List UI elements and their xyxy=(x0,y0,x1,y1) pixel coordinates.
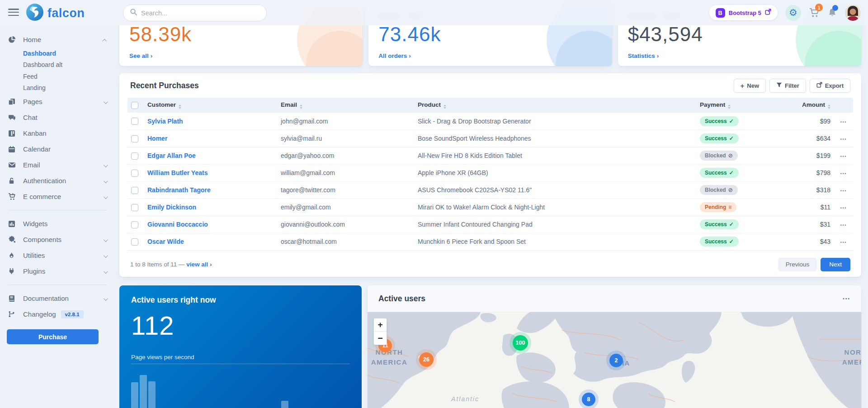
row-menu-button[interactable]: ••• xyxy=(840,240,847,245)
row-checkbox[interactable] xyxy=(131,187,138,194)
column-header-email[interactable]: Email xyxy=(277,98,414,113)
row-checkbox[interactable] xyxy=(131,152,138,160)
search-box[interactable] xyxy=(123,5,267,21)
branch-icon xyxy=(8,311,17,318)
customer-link[interactable]: Edgar Allan Poe xyxy=(147,152,196,159)
customer-link[interactable]: Homer xyxy=(147,135,167,142)
sidebar-item-label: Kanban xyxy=(23,129,47,137)
sidebar-item-dashboard[interactable]: Dashboard xyxy=(0,47,117,59)
column-header-customer[interactable]: Customer xyxy=(144,98,277,113)
sidebar-item-chat[interactable]: Chat xyxy=(0,109,117,125)
map-label: NORTH xyxy=(844,348,861,356)
search-input[interactable] xyxy=(141,9,259,17)
row-menu-button[interactable]: ••• xyxy=(840,171,847,176)
customer-link[interactable]: Rabindranath Tagore xyxy=(147,186,211,194)
hamburger-menu-icon[interactable] xyxy=(8,9,19,16)
zoom-in-button[interactable]: + xyxy=(374,318,387,332)
sidebar-item-utilities[interactable]: Utilities xyxy=(0,247,117,263)
page-views-bar xyxy=(148,381,156,408)
sidebar-item-home[interactable]: Home xyxy=(0,32,117,47)
customer-link[interactable]: William Butler Yeats xyxy=(147,169,208,176)
sidebar-item-landing[interactable]: Landing xyxy=(0,82,117,94)
row-checkbox[interactable] xyxy=(131,135,138,142)
row-menu-button[interactable]: ••• xyxy=(840,189,847,193)
settings-gear-icon[interactable]: ⚙ xyxy=(785,5,801,21)
sidebar-item-label: Utilities xyxy=(23,251,45,259)
customer-link[interactable]: Emily Dickinson xyxy=(147,204,196,211)
status-badge: Blocked ⊘ xyxy=(700,151,738,161)
search-icon xyxy=(130,9,137,17)
card-menu-button[interactable]: ••• xyxy=(843,296,850,301)
export-button[interactable]: Export xyxy=(810,79,850,93)
row-menu-button[interactable]: ••• xyxy=(840,206,847,210)
all-orders-link[interactable]: All orders› xyxy=(378,52,411,59)
bootstrap-version-pill[interactable]: B Bootstrap 5 xyxy=(709,5,778,20)
view-all-link[interactable]: view all › xyxy=(186,261,212,268)
row-checkbox[interactable] xyxy=(131,238,138,246)
map-zoom-control: + − xyxy=(373,318,387,345)
status-badge: Success ✓ xyxy=(700,133,739,143)
sidebar-item-authentication[interactable]: Authentication xyxy=(0,173,117,189)
pagination-summary: 1 to 8 Items of 11 — view all › xyxy=(130,261,212,268)
shopping-cart-icon[interactable]: 1 xyxy=(809,7,820,18)
world-map[interactable]: + − NORTHAMERICAASIANORTHAMERICAAtlantic… xyxy=(368,312,861,408)
map-marker-8[interactable]: 8 xyxy=(582,393,595,406)
status-badge: Success ✓ xyxy=(700,168,739,178)
filter-button[interactable]: Filter xyxy=(769,79,806,93)
previous-button[interactable]: Previous xyxy=(778,258,817,271)
row-menu-button[interactable]: ••• xyxy=(840,120,847,124)
notifications-bell-icon[interactable] xyxy=(827,8,837,18)
map-marker-26[interactable]: 26 xyxy=(419,352,434,367)
sidebar-divider xyxy=(8,285,107,285)
new-button[interactable]: + New xyxy=(734,79,766,93)
sidebar-item-documentation[interactable]: Documentation xyxy=(0,290,117,306)
sidebar-item-label: Chat xyxy=(23,114,38,121)
row-checkbox[interactable] xyxy=(131,118,138,125)
sidebar-item-e-commerce[interactable]: E commerce xyxy=(0,189,117,204)
zoom-out-button[interactable]: − xyxy=(374,332,387,345)
product-cell: Slick - Drag & Drop Bootstrap Generator xyxy=(414,113,696,130)
sidebar-item-widgets[interactable]: Widgets xyxy=(0,216,117,232)
sidebar-item-calendar[interactable]: Calendar xyxy=(0,141,117,157)
plus-icon: + xyxy=(741,82,745,90)
sidebar-item-pages[interactable]: Pages xyxy=(0,94,117,109)
sidebar-item-label: E commerce xyxy=(23,193,61,200)
customer-link[interactable]: Oscar Wilde xyxy=(147,238,184,245)
chevron-down-icon xyxy=(104,193,107,200)
row-menu-button[interactable]: ••• xyxy=(840,137,847,142)
success-icon: ✓ xyxy=(729,135,734,142)
row-menu-button[interactable]: ••• xyxy=(840,223,847,228)
email-cell: william@gmail.com xyxy=(277,164,414,181)
version-badge: v2.8.1 xyxy=(61,310,84,318)
sidebar-item-feed[interactable]: Feed xyxy=(0,71,117,82)
select-all-checkbox[interactable] xyxy=(131,102,138,109)
customer-link[interactable]: Sylvia Plath xyxy=(147,118,183,125)
sidebar-item-plugins[interactable]: Plugins xyxy=(0,263,117,279)
sidebar-item-kanban[interactable]: Kanban xyxy=(0,125,117,141)
row-menu-button[interactable]: ••• xyxy=(840,154,847,159)
column-header-amount[interactable]: Amount xyxy=(769,98,834,113)
sidebar-divider xyxy=(8,210,107,210)
sidebar-item-dashboard-alt[interactable]: Dashboard alt xyxy=(0,59,117,71)
row-checkbox[interactable] xyxy=(131,170,138,177)
see-all-link[interactable]: See all› xyxy=(129,52,152,59)
sidebar-item-label: Widgets xyxy=(23,220,47,228)
statistics-link[interactable]: Statistics› xyxy=(628,52,659,59)
map-marker-2[interactable]: 2 xyxy=(609,354,623,367)
map-label: AMERICA xyxy=(842,358,861,366)
map-marker-100[interactable]: 100 xyxy=(513,335,528,351)
sidebar-item-email[interactable]: Email xyxy=(0,157,117,173)
sidebar-item-changelog[interactable]: Changelogv2.8.1 xyxy=(0,306,117,322)
row-checkbox[interactable] xyxy=(131,204,138,211)
customer-link[interactable]: Giovanni Boccaccio xyxy=(147,221,208,228)
row-checkbox[interactable] xyxy=(131,221,138,228)
product-cell: Summer Infant Contoured Changing Pad xyxy=(414,216,696,233)
email-cell: oscar@hotmail.com xyxy=(277,233,414,250)
user-avatar[interactable] xyxy=(845,5,861,21)
sidebar-item-components[interactable]: Components xyxy=(0,232,117,247)
next-button[interactable]: Next xyxy=(821,258,850,271)
purchase-button[interactable]: Purchase xyxy=(7,329,99,344)
falcon-brand[interactable]: falcon xyxy=(26,4,85,23)
column-header-payment[interactable]: Payment xyxy=(696,98,769,113)
column-header-product[interactable]: Product xyxy=(414,98,696,113)
